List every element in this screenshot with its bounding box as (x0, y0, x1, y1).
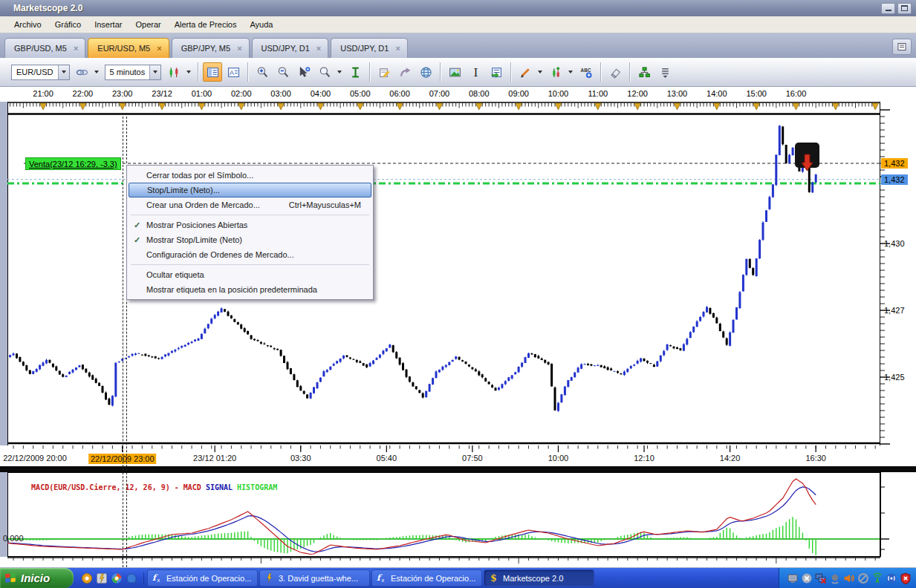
tab-close-icon[interactable]: × (237, 44, 241, 53)
menu-item-crear-una-orden-de-mercado-[interactable]: Crear una Orden de Mercado...Ctrl+Mayusc… (129, 197, 371, 212)
taskbar-button-estaci-n-de-operacio-[interactable]: fxEstación de Operacio... (147, 569, 258, 587)
browser-icon[interactable] (111, 572, 123, 584)
position-label[interactable]: Venta(23/12 16:29, -3.3) (25, 157, 121, 170)
tab-usd-jpy-d1[interactable]: USD/JPY, D1× (331, 38, 408, 58)
image-icon (449, 66, 461, 79)
menu-item-configuraci-n-de-ordenes-de-me[interactable]: Configuración de Ordenes de Mercado... (129, 247, 371, 262)
menu-item-stop-limite-neto-[interactable]: Stop/Limite (Neto)... (129, 183, 371, 197)
display-icon[interactable] (787, 572, 799, 584)
taskbar-button-marketscope-2-0[interactable]: $Marketscope 2.0 (484, 569, 594, 587)
magnifier-button[interactable] (315, 62, 334, 82)
share-button[interactable] (395, 62, 415, 82)
eraser-button[interactable] (605, 62, 625, 82)
menu-item-mostrar-etiqueta-en-la-posici-[interactable]: Mostrar etiqueta en la posición predeter… (129, 282, 371, 297)
time-label: 05:40 (377, 454, 397, 463)
marker-dropdown[interactable] (566, 62, 574, 82)
pencil-button[interactable] (516, 62, 535, 82)
blocked-icon[interactable] (857, 572, 869, 584)
panel-splitter[interactable] (0, 466, 916, 472)
symbol-combo-value: EUR/USD (12, 68, 58, 76)
wifi-icon[interactable] (871, 572, 883, 584)
time-label: 14:20 (720, 454, 741, 463)
price-label: 1,425 (884, 373, 905, 382)
menu-item-ocultar-etiqueta[interactable]: Ocultar etiqueta (129, 267, 371, 282)
tile-view-button[interactable] (203, 62, 222, 82)
org-view-button[interactable] (634, 62, 654, 82)
restore-button[interactable] (897, 3, 912, 14)
taskbar-button-3-david-guetta-whe-[interactable]: 3. David guetta-whe... (259, 569, 370, 587)
zoom-out-icon (277, 66, 290, 79)
close-icon[interactable] (801, 572, 813, 584)
winamp-icon[interactable] (96, 572, 108, 584)
security-alert-icon[interactable] (900, 572, 912, 584)
time-tick-label: 22:00 (73, 89, 94, 98)
indicators-button[interactable] (487, 62, 506, 82)
period-combo[interactable]: 5 minutos (105, 65, 162, 80)
tab-eur-usd-m5[interactable]: EUR/USD, M5× (88, 38, 169, 58)
link-tool-button[interactable] (73, 62, 92, 82)
menu-item-mostrar-posiciones-abiertas[interactable]: ✓Mostrar Posiciones Abiertas (129, 218, 371, 232)
time-tick-label: 23/12 (152, 89, 172, 98)
zoom-in-icon (256, 66, 269, 79)
tab-list-button[interactable] (892, 39, 912, 55)
volume-icon[interactable] (843, 572, 855, 584)
note-button[interactable] (374, 62, 394, 82)
pencil-dropdown[interactable] (536, 62, 544, 82)
start-button[interactable]: Inicio (0, 568, 74, 588)
chart-type-button[interactable] (164, 62, 183, 82)
time-tick-label: 01:00 (192, 89, 212, 98)
menu-insertar[interactable]: Insertar (88, 16, 129, 33)
macd-main-label: MACD(EUR/USD.Cierre, 12, 26, 9) - MACD (31, 483, 201, 491)
tab-gbp-jpy-m5[interactable]: GBP/JPY, M5× (172, 38, 250, 58)
overflow-icon (659, 66, 672, 79)
menu-ayuda[interactable]: Ayuda (243, 16, 279, 33)
magnifier-icon (319, 66, 331, 79)
zoom-out-button[interactable] (273, 62, 293, 82)
text-tool-button[interactable]: I (466, 62, 485, 82)
network-error-icon[interactable] (815, 572, 827, 584)
label-add-button[interactable]: ABC (576, 62, 596, 82)
tab-close-icon[interactable]: × (316, 44, 321, 53)
zoom-pointer-button[interactable] (294, 62, 314, 82)
period-combo-dropdown[interactable] (149, 65, 160, 79)
image-button[interactable] (445, 62, 464, 82)
menu-item-label: Mostrar Stop/Limite (Neto) (146, 232, 361, 247)
tab-close-icon[interactable]: × (157, 44, 161, 53)
zoom-in-button[interactable] (253, 62, 272, 82)
marker-button[interactable] (546, 62, 565, 82)
menu-item-cerrar-todas-por-el-s-mbolo-[interactable]: Cerrar todas por el Símbolo... (129, 168, 371, 183)
measure-button[interactable] (345, 62, 365, 82)
menu-item-mostrar-stop-limite-neto-[interactable]: ✓Mostrar Stop/Limite (Neto) (129, 232, 371, 247)
menu-gr-fico[interactable]: Gráfico (48, 16, 88, 33)
marker-icon (550, 66, 562, 79)
menu-operar[interactable]: Operar (129, 16, 167, 33)
text-view-button[interactable]: A (224, 62, 243, 82)
magnifier-dropdown[interactable] (335, 62, 343, 82)
tab-gbp-usd-m5[interactable]: GBP/USD, M5× (4, 38, 85, 58)
link-tool-dropdown[interactable] (93, 62, 101, 82)
time-tick-label: 07:00 (429, 89, 450, 98)
quick-launch (74, 572, 144, 584)
tab-close-icon[interactable]: × (395, 44, 400, 53)
messenger-icon[interactable] (126, 572, 137, 584)
menu-archivo[interactable]: Archivo (7, 16, 48, 33)
symbol-combo[interactable]: EUR/USD (11, 65, 70, 80)
chart-type-dropdown[interactable] (184, 62, 192, 82)
overflow-button[interactable] (655, 62, 675, 82)
time-tick-label: 13:00 (667, 89, 688, 98)
symbol-combo-dropdown[interactable] (58, 65, 69, 79)
globe-button[interactable] (416, 62, 435, 82)
svg-text:I: I (473, 66, 478, 79)
tab-close-icon[interactable]: × (74, 44, 78, 53)
media-player-icon[interactable] (81, 572, 93, 584)
menu-item-shortcut: Ctrl+Mayusculas+M (289, 197, 361, 212)
menu-alerta-de-precios[interactable]: Alerta de Precios (168, 16, 244, 33)
taskbar-button-label: Estación de Operacio... (166, 574, 251, 583)
minimize-button[interactable] (881, 3, 895, 14)
headset-icon[interactable] (829, 572, 841, 584)
tab-usd-jpy-d1[interactable]: USD/JPY, D1× (252, 38, 329, 58)
time-tick-label: 09:00 (508, 89, 529, 98)
label-add-icon: ABC (580, 66, 593, 79)
signal-icon[interactable] (886, 572, 897, 584)
taskbar-button-estaci-n-de-operacio-[interactable]: fxEstación de Operacio... (371, 569, 482, 587)
